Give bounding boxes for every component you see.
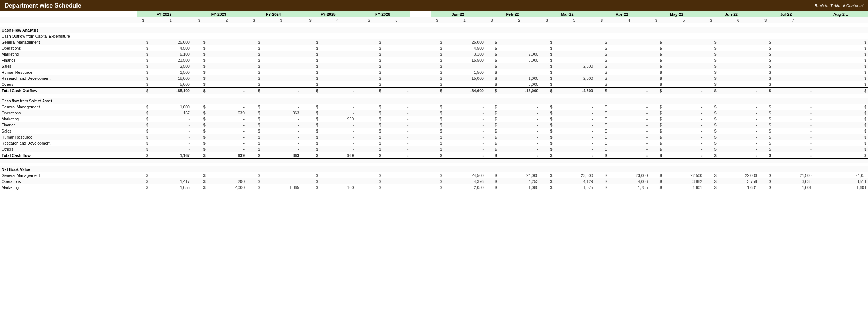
aug22-header: Aug-2... bbox=[813, 11, 868, 17]
capex-human-resource: Human Resource $-1,500 $- $- $- $- $-1,5… bbox=[0, 69, 868, 75]
total-cash-flow: Total Cash flow $1,167 $639 $363 $969 $-… bbox=[0, 152, 868, 159]
total-cash-outflow: Total Cash Outflow $-85,100 $- $- $- $- … bbox=[0, 88, 868, 94]
fy-2024-header: FY-2024 bbox=[246, 11, 301, 17]
page-title: Department wise Schedule bbox=[5, 2, 81, 9]
capex-finance: Finance $-23,500 $- $- $- $- $-15,500 $-… bbox=[0, 57, 868, 63]
capex-research-development: Research and Development $-18,000 $- $- … bbox=[0, 75, 868, 81]
nbv-marketing: Marketing $1,055 $2,000 $1,065 $100 $- $… bbox=[0, 184, 868, 190]
sale-operations: Operations $167 $639 $363 $- $- $- $- $-… bbox=[0, 110, 868, 116]
nbv-general-management: General Management $- $- $- $- $- $24,50… bbox=[0, 172, 868, 178]
cash-flow-analysis-title: Cash Flow Analysis bbox=[0, 27, 868, 33]
fy-header-row: FY-2022 FY-2023 FY-2024 FY-2025 FY-2026 … bbox=[0, 11, 868, 17]
header-bar: Department wise Schedule Back to 'Table … bbox=[0, 0, 868, 11]
fy-2025-header: FY-2025 bbox=[301, 11, 355, 17]
mar22-header: Mar-22 bbox=[540, 11, 594, 17]
spacer-row-2 bbox=[0, 94, 868, 98]
net-book-value-title: Net Book Value bbox=[0, 166, 868, 172]
feb22-header: Feb-22 bbox=[485, 11, 540, 17]
back-link[interactable]: Back to 'Table of Contents' bbox=[815, 3, 863, 8]
capex-others: Others $-5,000 $- $- $- $- $- $-5,000 $-… bbox=[0, 81, 868, 88]
sale-sales: Sales $- $- $- $- $- $- $- $- $- $- $- $… bbox=[0, 128, 868, 134]
fy-2026-header: FY-2026 bbox=[355, 11, 410, 17]
capital-expenditure-subtitle: Cash Outflow from Capital Expenditure bbox=[0, 33, 868, 39]
sale-marketing: Marketing $- $- $- $969 $- $- $- $- $- $… bbox=[0, 116, 868, 122]
sub-header-row: $1 $2 $3 $4 $5 $1 $2 $3 $4 $5 $6 $7 bbox=[0, 17, 868, 23]
fy-2022-header: FY-2022 bbox=[137, 11, 191, 17]
main-table: FY-2022 FY-2023 FY-2024 FY-2025 FY-2026 … bbox=[0, 11, 868, 190]
capex-general-management: General Management $-25,000 $- $- $- $- … bbox=[0, 39, 868, 45]
sale-human-resource: Human Resource $- $- $- $- $- $- $- $- $… bbox=[0, 134, 868, 140]
spacer-row-4 bbox=[0, 163, 868, 166]
fy-2023-header: FY-2023 bbox=[191, 11, 246, 17]
may22-header: May-22 bbox=[649, 11, 704, 17]
spacer-row-3 bbox=[0, 159, 868, 163]
jun22-header: Jun-22 bbox=[704, 11, 758, 17]
sale-others: Others $- $- $- $- $- $- $- $- $- $- $- … bbox=[0, 146, 868, 152]
nbv-operations: Operations $1,417 $200 $- $- $- $4,376 $… bbox=[0, 178, 868, 184]
capex-marketing: Marketing $-5,100 $- $- $- $- $-3,100 $-… bbox=[0, 51, 868, 57]
sale-research-development: Research and Development $- $- $- $- $- … bbox=[0, 140, 868, 146]
apr22-header: Apr-22 bbox=[594, 11, 649, 17]
sale-general-management: General Management $1,000 $- $- $- $- $-… bbox=[0, 104, 868, 110]
spacer-row bbox=[0, 23, 868, 27]
jul22-header: Jul-22 bbox=[759, 11, 813, 17]
sale-finance: Finance $- $- $- $- $- $- $- $- $- $- $-… bbox=[0, 122, 868, 128]
capex-operations: Operations $-4,500 $- $- $- $- $-4,500 $… bbox=[0, 45, 868, 51]
jan22-header: Jan-22 bbox=[431, 11, 485, 17]
sale-of-asset-subtitle: Cash flow from Sale of Asset bbox=[0, 98, 868, 104]
capex-sales: Sales $-2,500 $- $- $- $- $- $- $-2,500 … bbox=[0, 63, 868, 69]
